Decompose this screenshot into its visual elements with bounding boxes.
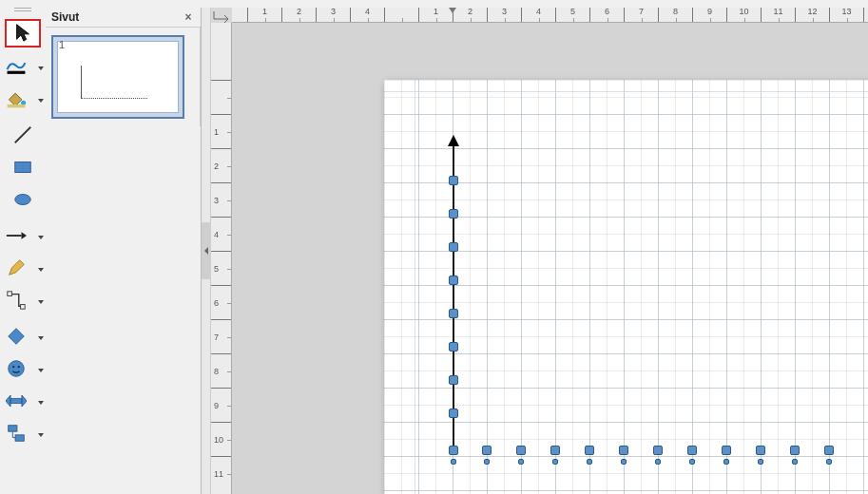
selection-handle[interactable] [689,459,695,465]
dropdown-arrow-icon[interactable] [38,262,44,276]
svg-rect-4 [15,162,31,172]
selection-handle[interactable] [585,446,594,455]
dropdown-arrow-icon[interactable] [38,331,44,344]
selection-handle[interactable] [621,459,627,465]
selection-handle[interactable] [758,459,763,465]
line-color-icon [6,56,27,80]
arrowhead-icon [448,135,459,146]
horizontal-ruler[interactable]: 43211234567891011121314 [232,8,868,23]
vertical-axis-shape[interactable] [453,146,454,450]
connector-tool[interactable] [2,287,44,315]
svg-point-5 [15,194,31,204]
selection-handle[interactable] [756,446,765,455]
pencil-icon [6,257,27,281]
svg-rect-0 [8,70,26,73]
thumb-axes-icon [81,66,147,99]
block-arrows-tool[interactable] [2,388,44,416]
curve-tool[interactable] [2,255,44,283]
basic-shapes-tool[interactable] [2,323,44,352]
selection-handle[interactable] [723,459,729,465]
ruler-corner[interactable] [211,8,232,23]
selection-handle[interactable] [552,459,558,465]
cursor-icon [12,22,33,46]
vertical-ruler[interactable]: 1234567891011 [211,23,232,494]
selection-handle[interactable] [516,446,526,455]
selection-handle[interactable] [449,342,458,352]
selection-handle[interactable] [449,375,458,385]
selection-handle[interactable] [449,309,458,318]
ellipse-icon [12,189,33,213]
svg-rect-12 [9,425,17,430]
pages-panel-close[interactable]: × [182,10,195,24]
selection-handle[interactable] [449,176,458,185]
selection-handle[interactable] [790,446,800,455]
dropdown-arrow-icon[interactable] [38,61,44,74]
rectangle-tool[interactable] [5,154,41,182]
arrow-tool[interactable] [2,222,44,251]
selection-handle[interactable] [792,459,798,465]
selection-handle[interactable] [687,446,697,455]
diamond-icon [6,326,27,350]
fill-bucket-icon [6,88,27,112]
selection-handle[interactable] [550,446,560,455]
svg-rect-7 [8,291,12,295]
splitter-collapse-handle[interactable] [202,222,211,279]
pages-panel: Sivut × 1 [46,8,202,494]
dropdown-arrow-icon[interactable] [38,230,44,243]
selection-handle[interactable] [653,446,663,455]
selection-handle[interactable] [722,446,731,455]
selection-handle[interactable] [587,459,592,465]
dropdown-arrow-icon[interactable] [38,363,44,376]
selection-handle[interactable] [655,459,661,465]
fill-color-tool[interactable] [2,86,44,114]
select-tool[interactable] [5,19,41,48]
selection-handle[interactable] [824,446,834,455]
selection-handle[interactable] [449,446,458,455]
flowchart-tool[interactable] [2,420,44,448]
dropdown-arrow-icon[interactable] [38,395,44,408]
selection-handle[interactable] [449,408,458,418]
dropdown-arrow-icon[interactable] [38,428,44,441]
selection-handle[interactable] [826,459,832,465]
connector-icon [6,290,27,314]
svg-point-11 [18,366,20,368]
toolbar-grip[interactable] [14,8,31,13]
dropdown-arrow-icon[interactable] [38,93,44,106]
rectangle-icon [12,157,33,180]
selection-handle[interactable] [482,446,492,455]
selection-handle[interactable] [451,459,456,465]
dropdown-arrow-icon[interactable] [38,294,44,308]
line-icon [12,124,33,148]
svg-rect-8 [21,304,26,309]
canvas-area: 43211234567891011121314 1234567891011 [211,8,868,494]
block-arrow-icon [6,390,27,414]
svg-rect-2 [8,104,26,106]
pages-panel-title: Sivut [51,10,79,24]
selection-handle[interactable] [449,242,458,252]
svg-line-3 [15,126,31,142]
arrow-line-icon [6,225,27,249]
selection-handle[interactable] [518,459,524,465]
tool-strip [0,8,46,448]
selection-handle[interactable] [619,446,628,455]
flowchart-icon [6,423,27,446]
svg-point-9 [9,360,25,376]
line-color-tool[interactable] [2,53,44,82]
drawing-workspace[interactable] [232,23,868,494]
selection-handle[interactable] [484,459,490,465]
pages-thumb-region: 1 [46,27,201,126]
drawing-page[interactable] [384,80,868,494]
pages-panel-header: Sivut × [46,8,201,27]
svg-point-10 [12,366,14,368]
page-thumbnail-canvas [57,41,179,113]
selection-handle[interactable] [449,209,458,218]
smiley-icon [6,358,27,382]
selection-handle[interactable] [449,276,458,285]
symbol-shapes-tool[interactable] [2,355,44,384]
ellipse-tool[interactable] [5,186,41,215]
page-number-label: 1 [59,39,65,50]
svg-rect-13 [15,434,24,440]
line-tool[interactable] [5,122,41,150]
page-thumbnail[interactable]: 1 [51,35,184,119]
panel-splitter[interactable] [202,8,211,494]
